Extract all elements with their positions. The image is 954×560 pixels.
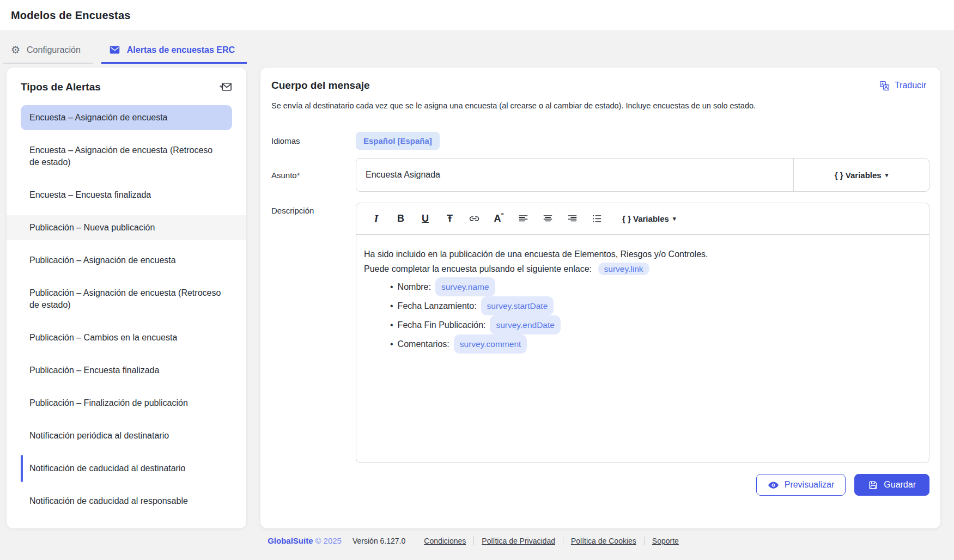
asunto-label: Asunto* <box>271 171 356 180</box>
align-left-icon[interactable] <box>511 208 536 230</box>
sidebar-item[interactable]: Publicación – Nueva publicación <box>7 215 246 240</box>
mail-icon <box>109 44 120 56</box>
align-right-icon[interactable] <box>560 208 585 230</box>
underline-icon[interactable]: U <box>413 208 437 230</box>
editor-line: Ha sido incluido en la publicación de un… <box>364 247 921 261</box>
strikethrough-icon[interactable]: Ŧ <box>437 208 462 230</box>
variable-chip[interactable]: survey.startDate <box>481 296 554 315</box>
chevron-down-icon: ▾ <box>673 215 676 222</box>
language-chip[interactable]: Español [España] <box>356 132 440 150</box>
sidebar-item[interactable]: Publicación – Cambios en la encuesta <box>21 325 232 350</box>
editor-bullet-line: •Fecha Fin Publicación:survey.endDate <box>364 315 921 334</box>
sidebar-item[interactable]: Publicación – Asignación de encuesta <box>21 248 232 273</box>
tab-label: Alertas de encuestas ERC <box>127 45 235 55</box>
eye-icon <box>768 479 779 491</box>
save-label: Guardar <box>884 480 916 490</box>
sidebar-item[interactable]: Publicación – Encuesta finalizada <box>21 358 232 383</box>
save-button[interactable]: Guardar <box>854 474 929 496</box>
app-header: Modelos de Encuestas <box>0 0 954 31</box>
sidebar-item[interactable]: Encuesta – Encuesta finalizada <box>21 182 232 208</box>
editor-bullet-line: •Fecha Lanzamiento:survey.startDate <box>364 296 921 315</box>
footer-link[interactable]: Política de Cookies <box>563 537 644 545</box>
bullet-dot: • <box>390 317 393 333</box>
alert-types-title: Tipos de Alertas <box>21 81 101 93</box>
preview-label: Previsualizar <box>785 480 835 490</box>
sidebar-item[interactable]: Publicación – Asignación de encuesta (Re… <box>21 281 232 318</box>
gear-icon: ⚙ <box>11 45 20 55</box>
chevron-down-icon: ▾ <box>885 172 889 179</box>
version-label: Versión 6.127.0 <box>353 537 405 545</box>
variable-chip[interactable]: survey.name <box>435 277 495 296</box>
alert-type-list: Encuesta – Asignación de encuestaEncuest… <box>21 105 232 514</box>
message-body-panel: Cuerpo del mensaje Traducir Se envía al … <box>260 68 940 528</box>
sidebar-item[interactable]: Notificación de caducidad al destinatari… <box>21 456 232 481</box>
footer-link[interactable]: Condiciones <box>416 537 473 545</box>
translate-icon <box>879 80 890 92</box>
sidebar-item[interactable]: Publicación – Finalización de publicació… <box>21 391 232 416</box>
panel-title: Cuerpo del mensaje <box>271 80 370 92</box>
sidebar-item[interactable]: Notificación periódica al destinatario <box>21 423 232 448</box>
variables-label: { } Variables <box>622 214 669 223</box>
subject-field-group: { } Variables ▾ <box>356 158 929 192</box>
variable-chip[interactable]: survey.endDate <box>490 315 560 334</box>
bullet-label: Nombre: <box>398 279 431 295</box>
tab-alertas-encuestas-erc[interactable]: Alertas de encuestas ERC <box>101 44 247 64</box>
save-icon <box>868 480 878 490</box>
bullet-dot: • <box>390 298 393 314</box>
tab-label: Configuración <box>27 45 81 55</box>
variables-label: { } Variables <box>835 171 882 180</box>
page-title: Modelos de Encuestas <box>11 9 131 22</box>
tab-configuracion[interactable]: ⚙ Configuración <box>3 44 93 64</box>
subject-variables-dropdown[interactable]: { } Variables ▾ <box>794 159 929 191</box>
content: Tipos de Alertas Encuesta – Asignación d… <box>0 64 954 528</box>
bullet-label: Comentarios: <box>398 336 449 352</box>
editor-line: Puede completar la encuesta pulsando el … <box>364 261 921 276</box>
toolbar-icons-slot: IBUŦA° <box>364 208 609 230</box>
bold-icon[interactable]: B <box>388 208 413 230</box>
sidebar-item[interactable]: Encuesta – Asignación de encuesta (Retro… <box>21 138 232 175</box>
footer: GlobalSuite © 2025 Versión 6.127.0 Condi… <box>0 536 954 545</box>
sidebar-item[interactable]: Encuesta – Asignación de encuesta <box>21 105 232 130</box>
variable-chip[interactable]: survey.comment <box>454 334 527 354</box>
bullet-label: Fecha Fin Publicación: <box>398 317 486 333</box>
preview-button[interactable]: Previsualizar <box>756 474 846 496</box>
translate-button[interactable]: Traducir <box>879 80 929 92</box>
translate-label: Traducir <box>895 81 926 90</box>
bullet-label: Fecha Lanzamiento: <box>398 298 477 314</box>
footer-links: CondicionesPolítica de PrivacidadPolític… <box>416 537 686 545</box>
rich-text-editor: IBUŦA° { } Variables ▾ Ha sido incluido … <box>356 203 929 463</box>
editor-bullet-line: •Nombre:survey.name <box>364 277 921 296</box>
bullet-list-icon[interactable] <box>585 208 609 230</box>
descripcion-label: Descripción <box>271 203 356 215</box>
align-center-icon[interactable] <box>536 208 560 230</box>
editor-toolbar: IBUŦA° { } Variables ▾ <box>356 203 929 235</box>
alert-types-panel: Tipos de Alertas Encuesta – Asignación d… <box>7 68 246 528</box>
editor-body[interactable]: Ha sido incluido en la publicación de un… <box>356 235 929 462</box>
sidebar-item[interactable]: Notificación de caducidad al responsable <box>21 489 232 514</box>
panel-description: Se envía al destinatario cada vez que se… <box>271 101 929 110</box>
idiomas-label: Idiomas <box>271 136 356 145</box>
tab-bar: ⚙ Configuración Alertas de encuestas ERC <box>0 31 954 64</box>
editor-variables-dropdown[interactable]: { } Variables ▾ <box>622 214 676 223</box>
bullet-dot: • <box>390 279 393 295</box>
editor-bullet-line: •Comentarios:survey.comment <box>364 334 921 354</box>
send-mail-icon <box>220 81 232 93</box>
bullet-dot: • <box>390 336 393 352</box>
italic-icon[interactable]: I <box>364 208 388 230</box>
link-icon[interactable] <box>462 208 487 230</box>
font-size-icon[interactable]: A° <box>487 208 511 230</box>
variable-chip[interactable]: survey.link <box>598 263 649 275</box>
footer-link[interactable]: Soporte <box>644 537 686 545</box>
editor-bullet-list: •Nombre:survey.name•Fecha Lanzamiento:su… <box>364 277 921 354</box>
subject-input[interactable] <box>356 159 794 191</box>
footer-link[interactable]: Política de Privacidad <box>473 537 563 545</box>
copyright: © 2025 <box>315 536 342 545</box>
brand-logo[interactable]: GlobalSuite <box>268 536 313 545</box>
